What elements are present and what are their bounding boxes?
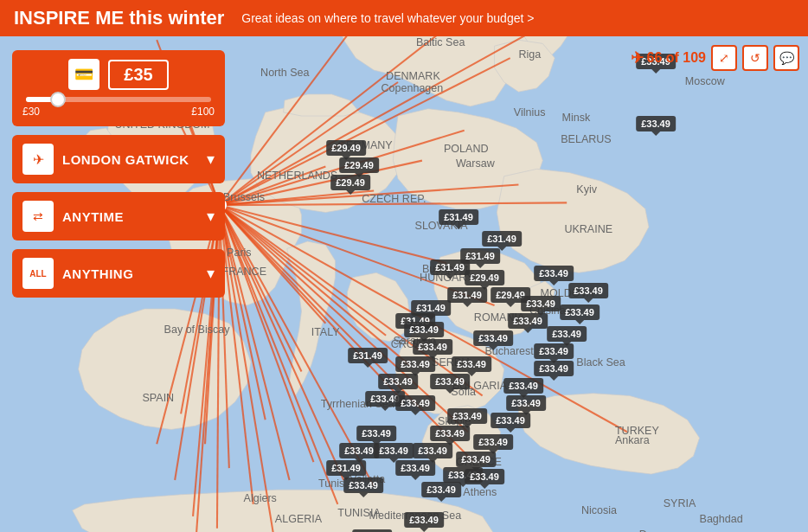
price-tag-p27[interactable]: £33.49 bbox=[430, 426, 470, 441]
price-tag-p13[interactable]: £33.49 bbox=[534, 266, 574, 281]
price-tag-p42[interactable]: £33.49 bbox=[452, 356, 491, 372]
origin-filter[interactable]: ✈ LONDON GATWICK ▾ bbox=[12, 135, 225, 183]
price-tag-p33[interactable]: £31.49 bbox=[326, 460, 366, 476]
price-tag-p49[interactable]: £33.49 bbox=[404, 322, 444, 337]
price-tag-p50[interactable]: £33.49 bbox=[395, 395, 435, 411]
price-tag-p29[interactable]: £33.49 bbox=[395, 460, 435, 476]
map-label-belgium: NETHERLANDS bbox=[257, 170, 337, 182]
city-riga: Riga bbox=[518, 48, 541, 61]
price-tag-p25[interactable]: £33.49 bbox=[421, 482, 461, 497]
header: INSPIRE ME this winter Great ideas on wh… bbox=[0, 0, 808, 36]
city-baghdad: Baghdad bbox=[700, 513, 743, 525]
map-label-biscay: Bay of Biscay bbox=[164, 324, 231, 336]
budget-range: £30 £100 bbox=[22, 106, 215, 118]
origin-label: LONDON GATWICK bbox=[62, 152, 207, 167]
budget-max: £100 bbox=[191, 106, 215, 118]
arrows-icon: ⇄ bbox=[33, 209, 43, 223]
time-filter[interactable]: ⇄ ANYTIME ▾ bbox=[12, 192, 225, 240]
refresh-button[interactable]: ↺ bbox=[742, 45, 768, 71]
city-paris: Paris bbox=[227, 247, 252, 259]
map-label-north-sea: North Sea bbox=[260, 67, 309, 79]
page-title: INSPIRE ME this winter bbox=[14, 7, 224, 29]
map-label-black-sea: Black Sea bbox=[576, 356, 625, 369]
price-tag-p15[interactable]: £33.49 bbox=[560, 304, 600, 320]
price-tag-p45[interactable]: £33.49 bbox=[521, 296, 561, 311]
price-tag-p17[interactable]: £33.49 bbox=[534, 343, 574, 359]
price-tag-p21[interactable]: £33.49 bbox=[491, 413, 530, 428]
price-tag-p18[interactable]: £33.49 bbox=[534, 361, 574, 376]
price-tag-p19[interactable]: £33.49 bbox=[503, 378, 543, 394]
price-tag-p41[interactable]: £33.49 bbox=[430, 374, 470, 389]
price-tag-p31[interactable]: £33.49 bbox=[356, 426, 396, 441]
time-chevron-icon: ▾ bbox=[207, 207, 215, 226]
price-tag-p43[interactable]: £33.49 bbox=[473, 330, 513, 346]
price-tag-p9[interactable]: £31.49 bbox=[447, 287, 487, 303]
expand-button[interactable]: ⤢ bbox=[711, 45, 737, 71]
top-right-bar: ✈ 66 of 109 ⤢ ↺ 💬 bbox=[631, 45, 799, 71]
map-label-belarus: BELARUS bbox=[561, 133, 612, 145]
budget-min: £30 bbox=[22, 106, 40, 118]
chat-button[interactable]: 💬 bbox=[773, 45, 799, 71]
budget-section: 💳 £35 £30 £100 bbox=[12, 50, 225, 126]
city-ankara: Ankara bbox=[615, 434, 650, 446]
time-icon: ⇄ bbox=[22, 201, 54, 232]
price-tag-p46[interactable]: £33.49 bbox=[465, 469, 504, 484]
price-tag-p3[interactable]: £29.49 bbox=[330, 175, 370, 190]
page-subtitle[interactable]: Great ideas on where to travel whatever … bbox=[241, 11, 534, 25]
map-label-spain: SPAIN bbox=[142, 392, 174, 404]
map-label-italy: ITALY bbox=[311, 326, 341, 338]
map-label-denmark: DENMARK bbox=[386, 70, 440, 82]
price-tag-p26[interactable]: £33.49 bbox=[447, 408, 487, 424]
price-tag-p5[interactable]: £31.49 bbox=[482, 231, 522, 247]
city-vilnius: Vilnius bbox=[514, 106, 546, 119]
plane-icon: ✈ bbox=[33, 151, 44, 168]
city-damascus: Damascus bbox=[639, 529, 690, 532]
price-tag-p16[interactable]: £33.49 bbox=[547, 326, 587, 342]
price-tag-p28[interactable]: £33.49 bbox=[413, 443, 452, 458]
price-tag-p39[interactable]: £33.49 bbox=[378, 374, 418, 389]
price-tag-p36[interactable]: £33.49 bbox=[404, 512, 444, 528]
slider-thumb[interactable] bbox=[50, 92, 66, 107]
map-label-algeria: ALGERIA bbox=[275, 513, 323, 525]
origin-chevron-icon: ▾ bbox=[207, 150, 215, 169]
city-kyiv: Kyiv bbox=[576, 183, 597, 195]
city-tunis: Tunis bbox=[318, 478, 344, 490]
budget-value: £35 bbox=[108, 60, 168, 90]
budget-slider[interactable] bbox=[22, 97, 215, 102]
price-tag-p38[interactable]: £33.49 bbox=[395, 356, 435, 372]
price-tag-p4[interactable]: £31.49 bbox=[439, 209, 478, 225]
city-minsk: Minsk bbox=[562, 112, 591, 124]
flight-count-text: 66 of 109 bbox=[647, 50, 706, 66]
map-label-ukraine: UKRAINE bbox=[564, 223, 612, 235]
city-warsaw: Warsaw bbox=[456, 157, 496, 170]
slider-track bbox=[26, 97, 211, 102]
type-filter[interactable]: ALL ANYTHING ▾ bbox=[12, 249, 225, 298]
price-tag-p47[interactable]: £33.49 bbox=[636, 116, 676, 131]
time-label: ANYTIME bbox=[62, 209, 207, 224]
type-label: ANYTHING bbox=[62, 266, 207, 281]
price-tag-p8[interactable]: £29.49 bbox=[465, 270, 504, 285]
price-tag-p2[interactable]: £29.49 bbox=[339, 157, 379, 173]
budget-header: 💳 £35 bbox=[22, 59, 215, 90]
map-label-baltic-sea: Baltic Sea bbox=[416, 36, 465, 48]
price-tag-p34[interactable]: £33.49 bbox=[343, 478, 383, 493]
type-icon: ALL bbox=[22, 258, 54, 289]
price-tag-p22[interactable]: £33.49 bbox=[473, 434, 513, 450]
price-tag-p23[interactable]: £33.49 bbox=[456, 452, 496, 467]
price-tag-p32[interactable]: £33.49 bbox=[339, 443, 379, 458]
city-moscow: Moscow bbox=[685, 75, 726, 87]
price-tag-p48[interactable]: £31.49 bbox=[348, 348, 388, 363]
price-tag-p1[interactable]: £29.49 bbox=[326, 140, 366, 156]
left-panel: 💳 £35 £30 £100 ✈ LONDON GATWICK ▾ ⇄ ANYT… bbox=[12, 50, 225, 306]
budget-icon: 💳 bbox=[68, 59, 99, 90]
price-tag-p7[interactable]: £31.49 bbox=[430, 260, 470, 275]
price-tag-p20[interactable]: £33.49 bbox=[506, 395, 546, 411]
flight-count: ✈ 66 of 109 bbox=[631, 48, 706, 67]
price-tag-p14[interactable]: £33.49 bbox=[568, 283, 608, 298]
map-label-syria: SYRIA bbox=[664, 497, 696, 510]
type-chevron-icon: ▾ bbox=[207, 264, 215, 283]
all-icon: ALL bbox=[29, 269, 46, 279]
map-label-france: FRANCE bbox=[222, 266, 267, 278]
origin-icon: ✈ bbox=[22, 144, 54, 175]
city-algiers: Algiers bbox=[244, 492, 277, 504]
